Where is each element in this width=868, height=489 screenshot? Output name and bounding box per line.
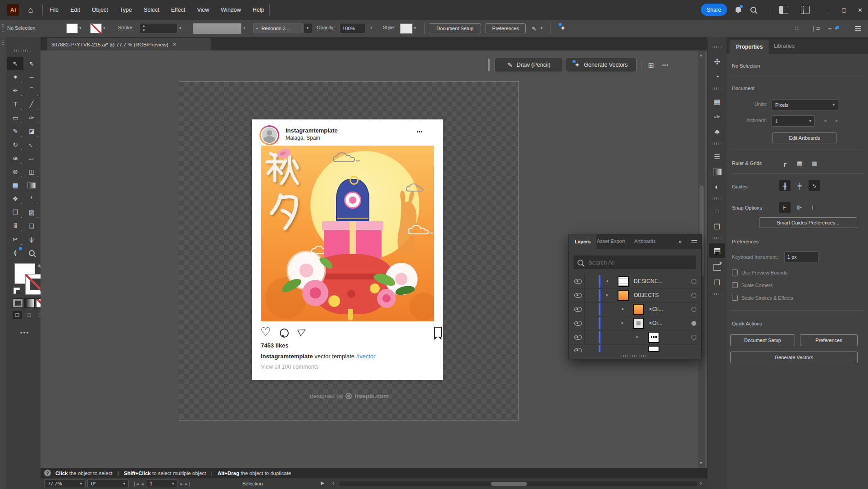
layers-panel-resize-grip[interactable] xyxy=(622,355,649,357)
dock-graphic-styles-icon[interactable]: ❒ xyxy=(708,219,727,234)
shape-builder-tool[interactable]: ⊚ xyxy=(7,165,23,178)
smart-guides-icon[interactable]: ϟ xyxy=(809,180,820,191)
document-tab-close-icon[interactable]: × xyxy=(173,41,177,48)
stroke-chevron-icon[interactable]: ▾ xyxy=(103,26,105,30)
keyboard-increment-field[interactable]: 1 px xyxy=(784,251,818,262)
layer-2-thumbnail[interactable] xyxy=(618,290,629,301)
lock-guides-icon[interactable]: ╪ xyxy=(794,180,805,191)
horizontal-scroll-thumb[interactable] xyxy=(491,482,527,486)
layer-4-thumbnail[interactable] xyxy=(633,318,644,329)
line-segment-tool[interactable]: ╱ xyxy=(23,97,40,111)
gradient-tool[interactable] xyxy=(23,178,40,192)
artboard-dropdown[interactable]: 1 ▾ xyxy=(772,115,815,127)
artboard[interactable]: Instagramtemplate Malaga, Spain ••• xyxy=(179,81,519,420)
gradient-mode-button[interactable] xyxy=(24,298,35,308)
layer-row-designe[interactable]: ▸ DESIGNE... xyxy=(569,274,701,289)
select-similar-chevron-icon[interactable]: ▾ xyxy=(541,26,543,30)
zoom-level-dropdown[interactable]: 77.7% ▾ xyxy=(44,479,86,488)
opacity-field[interactable]: 100% xyxy=(339,23,365,33)
dock-brushes-icon[interactable]: ✑ xyxy=(708,109,727,124)
stroke-swatch[interactable] xyxy=(90,23,102,33)
layer-1-thumbnail[interactable] xyxy=(618,276,629,287)
rotate-tool[interactable]: ↻ xyxy=(7,138,23,151)
first-artboard-icon[interactable]: ❘◂ xyxy=(132,481,138,486)
document-tab[interactable]: 307882-P7YTVK-215.ai* @ 77.7 % (RGB/Prev… xyxy=(47,38,211,50)
direct-selection-tool[interactable]: ⇖ xyxy=(23,57,40,70)
layer-row-clip[interactable]: ▸ <Cli... xyxy=(569,302,701,317)
curvature-tool[interactable]: ⌒ xyxy=(23,84,40,97)
layer-1-target-icon[interactable] xyxy=(691,279,696,284)
dock-layers-icon[interactable]: ▤ xyxy=(709,243,725,258)
dock-grip-4[interactable] xyxy=(711,197,723,200)
layer-6-visibility-icon[interactable] xyxy=(574,348,582,352)
qa-generate-vectors-button[interactable]: Generate Vectors xyxy=(730,352,858,363)
snap-to-point-icon[interactable]: ⊦ xyxy=(779,202,791,213)
layer-2-target-icon[interactable] xyxy=(691,293,696,298)
show-rulers-icon[interactable]: ┏ xyxy=(779,158,791,169)
panel-collapse-icon[interactable]: » xyxy=(678,238,682,245)
dock-stroke-icon[interactable]: ☰ xyxy=(708,149,727,164)
dock-grip-3[interactable] xyxy=(711,142,723,145)
tab-layers[interactable]: Layers xyxy=(569,234,596,249)
dock-grip-5[interactable] xyxy=(711,237,723,239)
layer-5-expand-icon[interactable]: ▸ xyxy=(636,335,639,339)
context-bar-handle[interactable] xyxy=(488,59,490,71)
edit-artboards-button[interactable]: Edit Artboards xyxy=(773,133,836,143)
menu-object[interactable]: Object xyxy=(92,7,108,13)
layer-row-partial[interactable] xyxy=(569,344,701,352)
dock-transparency-icon[interactable]: ◐ xyxy=(708,179,727,195)
snap-to-grid-icon[interactable]: ⊪ xyxy=(794,202,805,213)
opacity-expand-icon[interactable]: › xyxy=(370,24,372,31)
style-swatch[interactable] xyxy=(400,23,413,34)
column-graph-tool[interactable]: ⅲ xyxy=(7,219,23,233)
horizontal-scrollbar[interactable] xyxy=(339,481,697,486)
dock-artboards-icon[interactable]: ❐ xyxy=(708,275,727,290)
draw-behind-button[interactable]: ❏ xyxy=(24,311,34,319)
tab-artboards[interactable]: Artboards xyxy=(634,238,656,244)
layer-1-visibility-icon[interactable] xyxy=(574,279,582,284)
layers-search-field[interactable] xyxy=(573,256,696,269)
home-icon[interactable]: ⌂ xyxy=(25,5,36,15)
show-pixel-grid-icon[interactable]: ▩ xyxy=(809,158,820,169)
last-artboard-icon[interactable]: ▸❘ xyxy=(185,481,191,486)
layer-row-objects[interactable]: ▾ OBJECTS xyxy=(569,288,701,303)
stroke-up-icon[interactable]: ▴ xyxy=(143,24,145,28)
menu-window[interactable]: Window xyxy=(221,7,241,13)
slice-tool[interactable]: ✂ xyxy=(7,233,23,246)
app-logo[interactable]: Ai xyxy=(7,4,19,16)
layer-3-expand-icon[interactable]: ▸ xyxy=(622,307,624,311)
layer-2-collapse-icon[interactable]: ▾ xyxy=(606,293,608,297)
layers-panel-menu-icon[interactable] xyxy=(691,240,697,244)
generate-vectors-context-button[interactable]: ✦ Generate Vectors xyxy=(566,58,636,72)
stroke-weight-field[interactable]: ▴▾ xyxy=(140,23,177,33)
draw-normal-button[interactable]: ❏ xyxy=(13,311,22,319)
dock-color-guide-icon[interactable]: ◔ xyxy=(708,69,727,85)
tab-asset-export[interactable]: Asset Export xyxy=(597,238,625,244)
qa-preferences-button[interactable]: Preferences xyxy=(800,334,858,346)
left-rail-grip[interactable] xyxy=(2,39,4,46)
eyedropper-tool[interactable]: ❜ xyxy=(23,192,40,206)
brush-chevron-button[interactable]: ▾ xyxy=(303,23,312,33)
rotation-dropdown[interactable]: 0° ▾ xyxy=(87,479,129,488)
layer-row-sub[interactable]: ▸ xyxy=(569,330,701,345)
scroll-down-icon[interactable]: ▾ xyxy=(700,461,702,465)
rectangle-tool[interactable]: ▭ xyxy=(7,111,23,124)
dock-color-icon[interactable]: ✣ xyxy=(708,54,727,69)
layer-4-target-icon[interactable] xyxy=(691,321,696,326)
fill-swatch[interactable] xyxy=(66,23,78,33)
artboard-nav-dropdown[interactable]: 1 ▾ xyxy=(146,479,177,488)
scale-strokes-checkbox[interactable] xyxy=(732,295,738,301)
hand-tool[interactable]: ψ xyxy=(23,233,40,246)
minimize-button[interactable]: – xyxy=(820,0,836,20)
effects-options-icon[interactable]: ⌁▾ xyxy=(828,25,837,32)
layer-4-name[interactable]: <Gr... xyxy=(649,320,663,326)
dock-grip-2[interactable] xyxy=(711,87,723,90)
intertwine-tool[interactable]: ≬ xyxy=(7,246,23,260)
menu-view[interactable]: View xyxy=(197,7,209,13)
selection-tool[interactable]: ↖ xyxy=(7,57,23,70)
menu-type[interactable]: Type xyxy=(120,7,132,13)
lasso-tool[interactable]: ∽ xyxy=(23,70,40,84)
reference-image-icon[interactable]: ⊞ xyxy=(645,60,656,70)
qa-document-setup-button[interactable]: Document Setup xyxy=(730,334,795,346)
layer-4-visibility-icon[interactable] xyxy=(574,321,582,326)
